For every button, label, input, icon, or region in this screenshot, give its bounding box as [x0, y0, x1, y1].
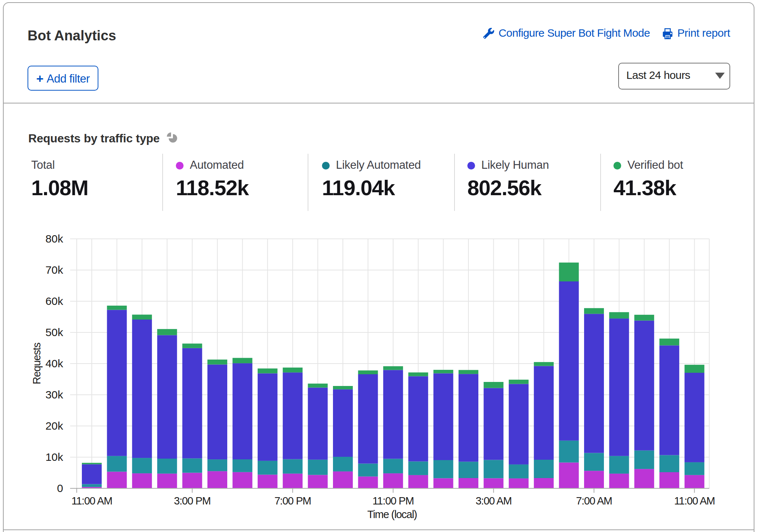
svg-text:50k: 50k — [46, 326, 64, 338]
svg-text:20k: 20k — [46, 420, 64, 432]
svg-text:10k: 10k — [46, 451, 64, 463]
svg-text:70k: 70k — [46, 264, 64, 276]
svg-text:60k: 60k — [46, 295, 64, 307]
svg-text:7:00 PM: 7:00 PM — [274, 495, 311, 507]
svg-text:30k: 30k — [46, 389, 64, 401]
svg-text:11:00 PM: 11:00 PM — [373, 495, 414, 507]
svg-text:0: 0 — [57, 482, 63, 494]
svg-text:40k: 40k — [46, 357, 64, 369]
svg-text:Requests: Requests — [31, 343, 43, 385]
svg-text:3:00 AM: 3:00 AM — [475, 495, 511, 507]
svg-text:11:00 AM: 11:00 AM — [72, 495, 112, 507]
svg-text:Time (local): Time (local) — [367, 509, 417, 520]
svg-text:3:00 PM: 3:00 PM — [174, 495, 211, 507]
svg-text:11:00 AM: 11:00 AM — [674, 495, 715, 507]
svg-text:7:00 AM: 7:00 AM — [576, 495, 612, 507]
svg-text:80k: 80k — [46, 233, 64, 245]
